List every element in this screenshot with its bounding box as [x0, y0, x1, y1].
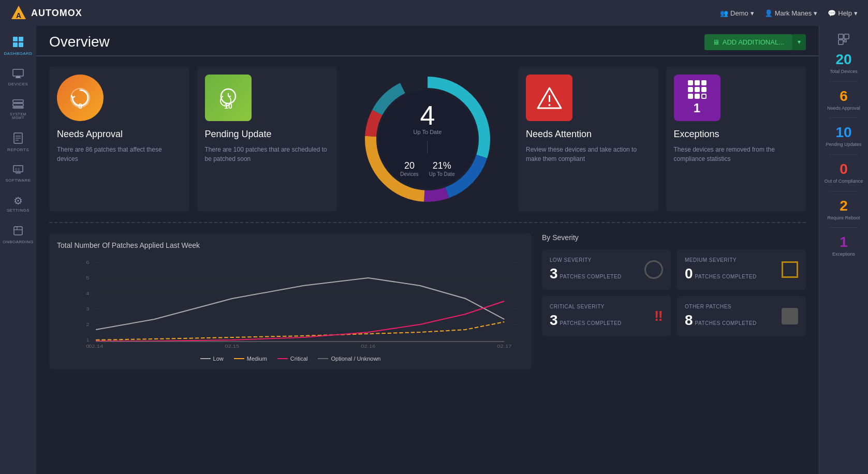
sysmgmt-icon [12, 99, 24, 110]
user-menu[interactable]: 👤 Mark Manes ▾ [764, 9, 818, 17]
stat-pending-updates-label: Pending Updates [826, 142, 861, 148]
svg-text:5: 5 [86, 275, 90, 280]
chart-legend: Low Medium Critical Optional / Unknown [57, 356, 524, 362]
donut-chart-area: 4 Up To Date 20 Devices 21% Up To Date [345, 67, 510, 212]
sidebar-item-sysmgmt[interactable]: SystemMgmt [0, 94, 36, 125]
legend-label-medium: Medium [247, 356, 267, 362]
severity-other-icon [782, 308, 798, 324]
needs-approval-card[interactable]: 6 Needs Approval There are 86 patches th… [49, 67, 189, 212]
svg-text:02.16: 02.16 [361, 344, 376, 349]
sidebar-item-reports[interactable]: Reports [0, 127, 36, 157]
chart-svg: 6 5 4 3 2 1 0 02.14 02.15 02.16 02.17 [57, 257, 524, 350]
sidebar-label-sysmgmt: SystemMgmt [10, 112, 26, 120]
severity-low-left: LOW SEVERITY 3 Patches Completed [550, 257, 622, 282]
legend-dot-optional [318, 358, 328, 359]
stat-needs-approval-num: 6 [840, 88, 848, 105]
stat-total-devices-num: 20 [835, 51, 851, 68]
svg-text:2: 2 [86, 322, 90, 327]
severity-grid: LOW SEVERITY 3 Patches Completed MEDIUM … [542, 249, 806, 336]
stat-pending-updates-num: 10 [835, 124, 851, 141]
exceptions-desc: These devices are removed from the compl… [674, 145, 799, 164]
sidebar: Dashboard Devices SystemMgmt Reports 01 … [0, 26, 36, 474]
legend-optional: Optional / Unknown [318, 356, 380, 362]
svg-rect-10 [13, 103, 23, 106]
help-menu[interactable]: 💬 Help ▾ [828, 9, 858, 17]
severity-other-card[interactable]: OTHER PATCHES 8 Patches Completed [677, 296, 806, 336]
legend-dot-medium [234, 358, 244, 359]
stat-needs-approval-label: Needs Approval [827, 106, 860, 112]
clock-icon: 10 [215, 85, 241, 111]
add-button-group: 🖥 ADD ADDITIONAL... ▾ [704, 34, 806, 50]
stat-exceptions-num: 1 [840, 234, 848, 250]
svg-rect-9 [13, 100, 23, 102]
svg-rect-8 [15, 78, 21, 78]
page-header: Overview 🖥 ADD ADDITIONAL... ▾ [36, 26, 819, 56]
exceptions-title: Exceptions [674, 129, 799, 140]
legend-label-low: Low [213, 356, 224, 362]
donut-center: 4 Up To Date 20 Devices 21% Up To Date [400, 102, 454, 177]
sidebar-label-reports: Reports [7, 147, 29, 152]
severity-other-num: 8 [685, 312, 693, 329]
severity-medium-label: MEDIUM SEVERITY [685, 257, 757, 263]
legend-label-optional: Optional / Unknown [331, 356, 380, 362]
severity-low-label: LOW SEVERITY [550, 257, 622, 263]
sidebar-label-onboarding: Onboarding [3, 240, 34, 244]
sidebar-label-dashboard: Dashboard [4, 51, 32, 56]
severity-medium-left: MEDIUM SEVERITY 0 Patches Completed [685, 257, 757, 282]
chart-title: Total Number Of Patches Applied Last Wee… [57, 241, 524, 249]
sidebar-item-dashboard[interactable]: Dashboard [0, 31, 36, 61]
stat-require-reboot-num: 2 [840, 198, 848, 214]
legend-dot-low [200, 358, 211, 359]
stat-divider-3 [830, 154, 858, 155]
svg-text:4: 4 [86, 291, 90, 296]
donut-chart: 4 Up To Date 20 Devices 21% Up To Date [355, 67, 500, 212]
exceptions-card[interactable]: 1 Exceptions These devices are removed f… [666, 67, 806, 212]
pending-update-desc: There are 100 patches that are scheduled… [205, 145, 330, 164]
demo-menu[interactable]: 👥 Demo ▾ [720, 9, 754, 17]
stat-require-reboot-label: Require Reboot [827, 215, 860, 221]
sidebar-item-software[interactable]: 01 Software [0, 160, 36, 188]
needs-approval-title: Needs Approval [57, 129, 182, 140]
needs-attention-title: Needs Attention [526, 129, 651, 140]
severity-critical-sublabel: Patches Completed [560, 320, 622, 326]
svg-text:A: A [16, 11, 21, 20]
donut-percent: 21% [433, 160, 451, 171]
svg-text:6: 6 [78, 102, 82, 110]
severity-low-card[interactable]: LOW SEVERITY 3 Patches Completed [542, 249, 671, 290]
stat-exceptions: 1 Exceptions [832, 234, 855, 258]
needs-attention-card[interactable]: 2 Needs Attention Review these devices a… [518, 67, 658, 212]
reports-icon [13, 132, 23, 145]
svg-rect-18 [16, 172, 21, 174]
severity-low-icon [644, 260, 663, 279]
page-title: Overview [49, 34, 110, 50]
logo-icon: A [10, 5, 27, 21]
stat-total-devices: 20 Total Devices [830, 51, 858, 75]
pending-update-icon: 10 [205, 75, 252, 121]
status-row: 6 Needs Approval There are 86 patches th… [36, 56, 819, 222]
sidebar-item-onboarding[interactable]: Onboarding [0, 220, 36, 249]
sidebar-item-devices[interactable]: Devices [0, 64, 36, 92]
donut-main-label: Up To Date [414, 129, 442, 135]
severity-critical-card[interactable]: CRITICAL SEVERITY 3 Patches Completed ‼ [542, 296, 671, 336]
logo: A AUTOMOX [10, 5, 82, 21]
sidebar-item-settings[interactable]: ⚙ Settings [0, 190, 36, 218]
add-dropdown-button[interactable]: ▾ [792, 34, 806, 50]
legend-medium: Medium [234, 356, 267, 362]
severity-other-sublabel: Patches Completed [695, 320, 757, 326]
svg-text:10: 10 [224, 102, 232, 110]
add-additional-button[interactable]: 🖥 ADD ADDITIONAL... [704, 34, 792, 50]
stat-divider-2 [830, 117, 858, 118]
grid-view-icon [838, 34, 849, 45]
svg-rect-6 [13, 69, 23, 76]
pending-update-card[interactable]: 10 Pending Update There are 100 patches … [197, 67, 337, 212]
svg-rect-3 [19, 37, 23, 41]
needs-attention-icon: 2 [526, 75, 572, 121]
svg-rect-5 [19, 42, 23, 47]
grid-icon [688, 80, 707, 99]
severity-medium-card[interactable]: MEDIUM SEVERITY 0 Patches Completed [677, 249, 806, 290]
stat-exceptions-label: Exceptions [832, 251, 855, 258]
severity-critical-left: CRITICAL SEVERITY 3 Patches Completed [550, 304, 622, 329]
refresh-icon: 6 [67, 85, 93, 111]
needs-approval-icon: 6 [57, 75, 104, 121]
severity-title: By Severity [542, 233, 806, 242]
